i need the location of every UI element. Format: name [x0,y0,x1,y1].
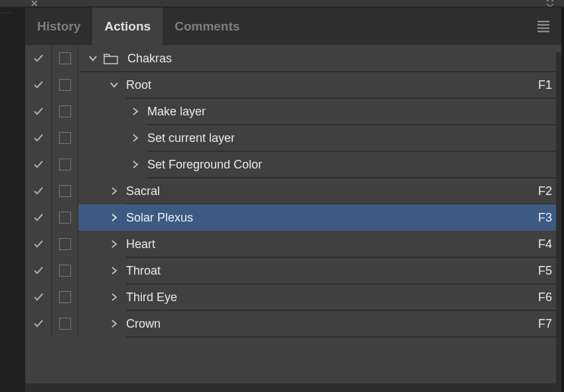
panel-tabs: History Actions Comments [25,7,561,45]
action-label: Root [122,78,151,92]
actions-list: Chakras Root F1 [25,45,561,383]
action-step-row[interactable]: Set Foreground Color [25,151,561,178]
toggle-visibility[interactable] [25,151,52,178]
chevron-right-icon[interactable] [127,160,143,169]
action-label: Throat [122,264,161,278]
chevron-right-icon[interactable] [127,107,143,116]
toggle-dialog[interactable] [52,310,78,337]
chevron-down-icon[interactable] [106,80,122,90]
left-gutter [0,7,25,392]
action-label: Third Eye [122,291,177,304]
action-row[interactable]: Third Eye F6 [25,284,561,310]
action-label: Sacral [122,184,160,198]
toggle-visibility[interactable] [25,204,52,231]
action-row[interactable]: Sacral F2 [25,178,561,204]
toggle-visibility[interactable] [25,125,52,151]
toggle-dialog[interactable] [52,125,78,151]
action-shortcut: F5 [538,264,552,278]
action-row[interactable]: Crown F7 [25,310,561,337]
action-step-row[interactable]: Set current layer [25,125,561,151]
toggle-dialog[interactable] [52,284,78,310]
chevron-right-icon[interactable] [106,293,122,302]
toggle-visibility[interactable] [25,231,52,257]
toggle-dialog[interactable] [52,204,78,231]
action-label: Crown [122,317,161,331]
chevron-right-icon[interactable] [106,239,122,249]
action-shortcut: F3 [538,211,552,225]
chevron-right-icon[interactable] [106,213,122,222]
folder-icon [104,52,118,64]
toggle-visibility[interactable] [25,45,52,72]
chevron-right-icon[interactable] [106,319,122,328]
toggle-visibility[interactable] [25,257,52,284]
action-shortcut: F2 [538,184,552,198]
action-label: Heart [122,237,155,251]
toggle-dialog[interactable] [52,151,78,178]
action-row[interactable]: Root F1 [25,72,561,98]
toggle-dialog[interactable] [52,231,78,257]
action-shortcut: F7 [538,317,552,331]
chevron-right-icon[interactable] [106,186,122,196]
tab-actions[interactable]: Actions [92,7,163,45]
action-set-label: Chakras [123,52,172,66]
action-step-row[interactable]: Make layer [25,98,561,125]
panel-menu-icon[interactable] [537,21,549,32]
toggle-dialog[interactable] [52,45,78,72]
action-shortcut: F1 [538,78,552,92]
action-step-label: Set current layer [143,131,235,145]
action-set-row[interactable]: Chakras [25,45,561,72]
actions-panel: History Actions Comments [25,7,561,392]
chevron-down-icon[interactable] [85,54,101,63]
tab-comments[interactable]: Comments [163,7,251,45]
action-step-label: Set Foreground Color [143,158,262,172]
toggle-visibility[interactable] [25,178,52,204]
action-step-label: Make layer [143,105,206,119]
action-row-selected[interactable]: Solar Plexus F3 [25,204,561,231]
toggle-visibility[interactable] [25,72,52,98]
toggle-visibility[interactable] [25,284,52,310]
toggle-dialog[interactable] [52,257,78,284]
window-titlebar: ✕ [0,0,564,7]
toggle-dialog[interactable] [52,178,78,204]
action-row[interactable]: Heart F4 [25,231,561,257]
action-label: Solar Plexus [122,211,193,225]
action-shortcut: F6 [538,291,552,304]
chevron-right-icon[interactable] [127,133,143,143]
chevron-right-icon[interactable] [106,266,122,275]
tab-history[interactable]: History [25,7,92,45]
toggle-dialog[interactable] [52,72,78,98]
list-empty-area [25,337,561,383]
toggle-visibility[interactable] [25,98,52,125]
action-row[interactable]: Throat F5 [25,257,561,284]
toggle-dialog[interactable] [52,98,78,125]
action-shortcut: F4 [538,237,552,251]
scrollbar[interactable] [556,52,561,384]
toggle-visibility[interactable] [25,310,52,337]
